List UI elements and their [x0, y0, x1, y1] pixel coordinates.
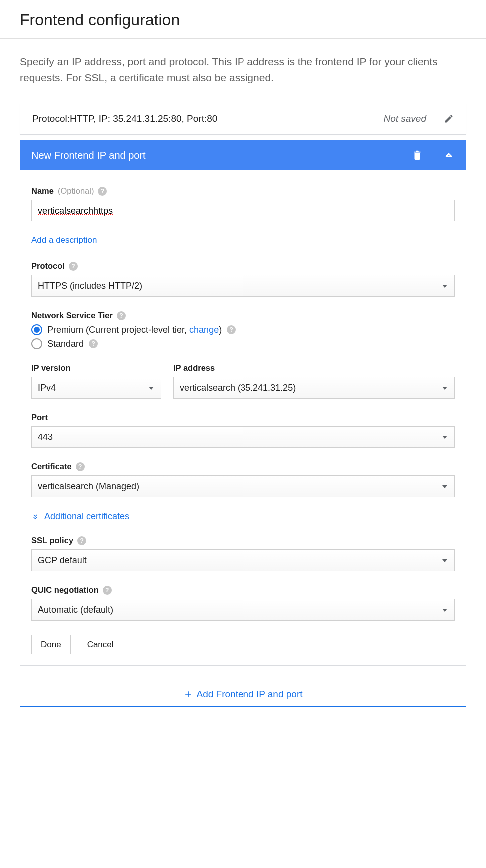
protocol-label-text: Protocol [31, 261, 65, 271]
protocol-label: Protocol ? [31, 261, 455, 271]
premium-radio-row[interactable]: Premium (Current project-level tier, cha… [31, 324, 455, 335]
quic-select[interactable]: Automatic (default) [31, 599, 455, 621]
expand-header-title: New Frontend IP and port [31, 150, 146, 161]
network-tier-label: Network Service Tier ? [31, 311, 455, 320]
help-icon[interactable]: ? [117, 311, 126, 320]
protocol-select[interactable]: HTTPS (includes HTTP/2) [31, 275, 455, 297]
premium-suffix: ) [219, 325, 222, 335]
standard-radio[interactable] [31, 338, 42, 349]
network-tier-label-text: Network Service Tier [31, 311, 113, 320]
description-text: Specify an IP address, port and protocol… [20, 54, 466, 85]
certificate-select[interactable]: verticalsearch (Managed) [31, 475, 455, 497]
quic-value: Automatic (default) [38, 605, 113, 615]
ssl-policy-value: GCP default [38, 555, 87, 566]
help-icon[interactable]: ? [103, 586, 112, 595]
ip-version-value: IPv4 [38, 383, 56, 393]
premium-prefix: Premium (Current project-level tier, [47, 325, 189, 335]
page-title: Frontend configuration [0, 0, 486, 39]
ip-address-label-text: IP address [173, 363, 215, 373]
ssl-policy-label: SSL policy ? [31, 536, 455, 545]
add-frontend-label: Add Frontend IP and port [196, 689, 302, 700]
ip-version-label-text: IP version [31, 363, 71, 373]
port-select[interactable]: 443 [31, 426, 455, 448]
add-description-link[interactable]: Add a description [31, 235, 97, 245]
help-icon[interactable]: ? [69, 262, 78, 271]
double-chevron-down-icon [31, 513, 39, 521]
certificate-label-text: Certificate [31, 462, 72, 471]
standard-label: Standard [47, 339, 84, 349]
cancel-button[interactable]: Cancel [78, 635, 123, 654]
standard-radio-row[interactable]: Standard ? [31, 338, 455, 349]
name-input[interactable] [31, 200, 455, 221]
chevron-up-icon[interactable] [443, 149, 455, 161]
port-label: Port [31, 413, 455, 422]
certificate-label: Certificate ? [31, 462, 455, 471]
expand-header[interactable]: New Frontend IP and port [20, 140, 466, 170]
done-button[interactable]: Done [31, 635, 71, 654]
ssl-policy-select[interactable]: GCP default [31, 549, 455, 571]
new-frontend-card: New Frontend IP and port Name (Optional)… [20, 140, 466, 666]
premium-radio[interactable] [31, 324, 42, 335]
name-optional-text: (Optional) [58, 186, 94, 196]
name-label: Name (Optional) ? [31, 186, 455, 196]
ip-address-select[interactable]: verticalsearch (35.241.31.25) [173, 377, 455, 399]
help-icon[interactable]: ? [227, 325, 236, 334]
frontend-summary: Protocol:HTTP, IP: 35.241.31.25:80, Port… [32, 113, 217, 124]
help-icon[interactable]: ? [77, 536, 86, 545]
port-value: 443 [38, 432, 53, 442]
plus-icon [183, 689, 193, 699]
ip-version-label: IP version [31, 363, 161, 373]
frontend-status: Not saved [383, 113, 426, 124]
help-icon[interactable]: ? [76, 462, 85, 471]
ssl-policy-label-text: SSL policy [31, 536, 73, 545]
ip-address-label: IP address [173, 363, 455, 373]
additional-certs-text: Additional certificates [44, 511, 129, 522]
ip-version-select[interactable]: IPv4 [31, 377, 161, 399]
delete-icon[interactable] [412, 150, 423, 161]
help-icon[interactable]: ? [89, 339, 98, 348]
add-frontend-button[interactable]: Add Frontend IP and port [20, 682, 466, 707]
quic-label: QUIC negotiation ? [31, 585, 455, 595]
frontend-saved-card[interactable]: Protocol:HTTP, IP: 35.241.31.25:80, Port… [20, 103, 466, 135]
change-tier-link[interactable]: change [189, 325, 219, 335]
quic-label-text: QUIC negotiation [31, 585, 99, 595]
ip-address-value: verticalsearch (35.241.31.25) [180, 383, 296, 393]
edit-icon[interactable] [444, 114, 454, 124]
additional-certificates-link[interactable]: Additional certificates [31, 511, 455, 522]
protocol-value: HTTPS (includes HTTP/2) [38, 281, 142, 291]
certificate-value: verticalsearch (Managed) [38, 481, 139, 492]
name-label-text: Name [31, 186, 54, 196]
help-icon[interactable]: ? [98, 187, 107, 196]
port-label-text: Port [31, 413, 48, 422]
